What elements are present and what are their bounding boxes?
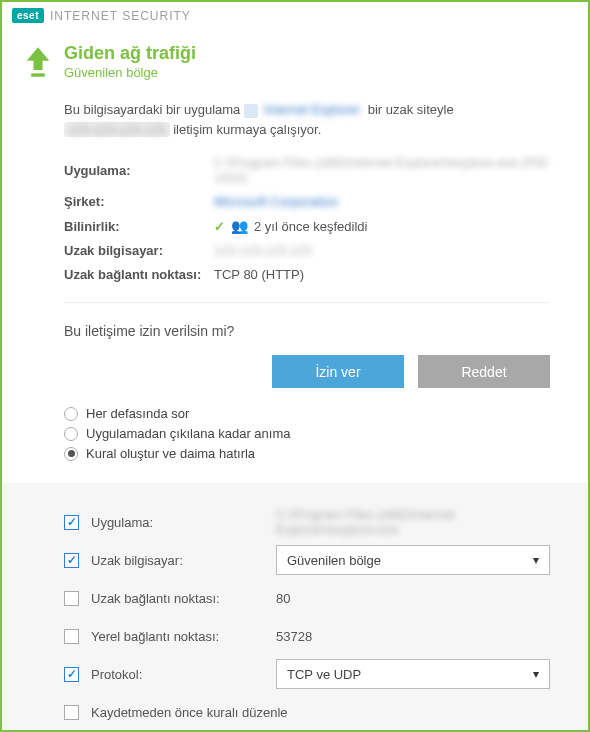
rule-remote-port: Uzak bağlantı noktası: 80 [64, 583, 550, 613]
titlebar: eset INTERNET SECURITY [2, 2, 588, 29]
row-remote-computer: Uzak bilgisayar: 123.123.123.123 [64, 243, 550, 258]
allow-button[interactable]: İzin ver [272, 355, 404, 388]
radio-remember-until-exit[interactable]: Uygulamadan çıkılana kadar anıma [64, 426, 550, 441]
checkbox-remote-port[interactable] [64, 591, 79, 606]
intro-text: Bu bilgisayardaki bir uygulama Internet … [64, 100, 550, 139]
rule-edit-before-save: Kaydetmeden önce kuralı düzenle [64, 697, 550, 727]
reputation-text: 2 yıl önce keşfedildi [254, 219, 367, 234]
rule-application: Uygulama: C:\Program Files (x86)\Interne… [64, 507, 550, 537]
ie-icon [244, 104, 258, 118]
company-value[interactable]: Microsoft Corporation [214, 194, 550, 209]
port-value: TCP 80 (HTTP) [214, 267, 550, 282]
checkbox-protocol[interactable] [64, 667, 79, 682]
question-block: Bu iletişime izin verilsin mi? İzin ver … [2, 323, 588, 483]
row-application: Uygulama: C:\Program Files (x86)\Interne… [64, 155, 550, 185]
radio-icon [64, 447, 78, 461]
rule-protocol: Protokol: TCP ve UDP ▾ [64, 659, 550, 689]
question-text: Bu iletişime izin verilsin mi? [64, 323, 550, 339]
row-company: Şirket: Microsoft Corporation [64, 194, 550, 209]
radio-ask-every-time[interactable]: Her defasında sor [64, 406, 550, 421]
radio-icon [64, 407, 78, 421]
select-remote-zone[interactable]: Güvenilen bölge ▾ [276, 545, 550, 575]
select-protocol[interactable]: TCP ve UDP ▾ [276, 659, 550, 689]
check-icon: ✓ [214, 219, 225, 234]
remote-value: 123.123.123.123 [214, 243, 550, 258]
divider [64, 302, 550, 303]
content: Bu bilgisayardaki bir uygulama Internet … [2, 100, 588, 323]
chevron-down-icon: ▾ [533, 553, 539, 567]
dialog-title: Giden ağ trafiği [64, 43, 196, 64]
eset-logo: eset [12, 8, 44, 23]
row-reputation: Bilinirlik: ✓👥2 yıl önce keşfedildi [64, 218, 550, 234]
intro-host-blur: 123.123.123.123 [64, 122, 170, 137]
people-icon: 👥 [231, 218, 248, 234]
rule-options: Uygulama: C:\Program Files (x86)\Interne… [2, 483, 588, 732]
rule-remote-computer: Uzak bilgisayar: Güvenilen bölge ▾ [64, 545, 550, 575]
chevron-down-icon: ▾ [533, 667, 539, 681]
rule-local-port: Yerel bağlantı noktası: 53728 [64, 621, 550, 651]
checkbox-local-port[interactable] [64, 629, 79, 644]
dialog-subtitle: Güvenilen bölge [64, 65, 196, 80]
checkbox-edit-before-save[interactable] [64, 705, 79, 720]
header: Giden ağ trafiği Güvenilen bölge [2, 29, 588, 100]
svg-rect-0 [31, 73, 45, 76]
row-remote-port: Uzak bağlantı noktası: TCP 80 (HTTP) [64, 267, 550, 282]
radio-icon [64, 427, 78, 441]
upload-arrow-icon [24, 45, 52, 82]
radio-create-rule[interactable]: Kural oluştur ve daima hatırla [64, 446, 550, 461]
product-name: INTERNET SECURITY [50, 9, 191, 23]
app-path-value: C:\Program Files (x86)\Internet Explorer… [214, 155, 550, 185]
intro-app-blur: Internet Explorer [260, 102, 364, 117]
checkbox-remote[interactable] [64, 553, 79, 568]
deny-button[interactable]: Reddet [418, 355, 550, 388]
checkbox-application[interactable] [64, 515, 79, 530]
